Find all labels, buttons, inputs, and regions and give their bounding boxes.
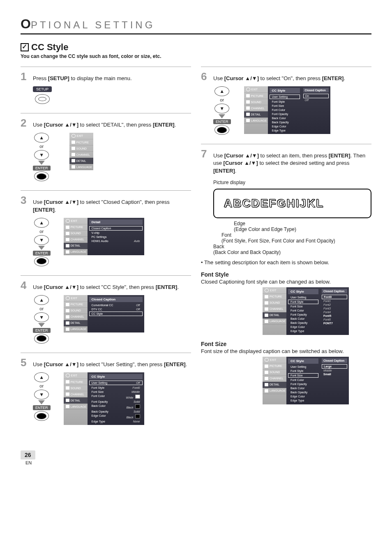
setup-button-graphic: SETUP	[33, 86, 52, 104]
cursor-remote-graphic: ▲ or ▼ ENTER	[33, 133, 51, 181]
section-subtitle: You can change the CC style such as font…	[21, 53, 371, 59]
step-text: Use [Cursor ▲/▼] to select "DETAIL", the…	[33, 121, 176, 129]
enter-button-icon	[214, 125, 229, 135]
step-1: 1 Press [SETUP] to display the main menu…	[21, 67, 191, 104]
up-button-icon: ▲	[34, 295, 49, 305]
page-number: 26	[21, 450, 35, 459]
enter-button-icon	[34, 411, 49, 421]
or-label: or	[39, 383, 44, 388]
up-button-icon: ▲	[214, 86, 229, 96]
step-text: Press [SETUP] to display the main menu.	[33, 75, 132, 82]
step-6: 6 Use [Cursor ▲/▼] to select "On", then …	[201, 67, 371, 135]
fontstyle-desc: Closed Captioning font style can be chan…	[201, 279, 371, 285]
checkbox-icon	[21, 43, 29, 51]
step-text: Use [Cursor ▲/▼] to select "On", then pr…	[213, 75, 345, 82]
page-footer: 26 EN	[21, 450, 371, 466]
or-label: or	[39, 144, 44, 149]
osd-language: LANGUAGE	[69, 164, 93, 170]
page-lang: EN	[25, 460, 32, 465]
osd-fontstyle: EXIT PICTURE SOUND CHANNEL DETAIL LANGUA…	[263, 287, 349, 335]
step-2: 2 Use [Cursor ▲/▼] to select "DETAIL", t…	[21, 113, 191, 181]
down-button-icon: ▼	[34, 390, 49, 399]
or-label: or	[220, 97, 224, 102]
font-desc: (Font Style, Font Size, Font Color and F…	[221, 238, 371, 244]
osd-header: Detail	[89, 219, 143, 225]
down-button-icon: ▼	[34, 150, 49, 160]
bullet-note: • The setting description for each item …	[201, 259, 371, 265]
fontsize-desc: Font size of the displayed caption can b…	[201, 348, 371, 354]
setup-button-icon	[35, 94, 50, 104]
header-text: PTIONAL SETTING	[31, 19, 155, 30]
step-num: 2	[21, 118, 30, 128]
osd-fontsize: EXIT PICTURE SOUND CHANNEL DETAIL LANGUA…	[263, 357, 349, 404]
setup-label: SETUP	[33, 86, 52, 92]
or-label: or	[39, 229, 44, 234]
page-header: OPTIONAL SETTING	[21, 16, 371, 35]
osd-header: CC Style	[270, 88, 300, 93]
enter-button-icon	[34, 171, 49, 181]
osd-ccstyle-on: EXIT PICTURE SOUND CHANNEL DETAIL LANGUA…	[244, 86, 330, 134]
enter-label: ENTER	[213, 119, 231, 124]
fontsize-head: Font Size	[201, 341, 371, 347]
section-title: CC Style	[21, 42, 371, 53]
osd-sidebar-only: EXIT PICTURE SOUND CHANNEL DETAIL LANGUA…	[69, 133, 93, 170]
left-column: 1 Press [SETUP] to display the main menu…	[21, 67, 191, 434]
enter-label: ENTER	[33, 166, 51, 171]
picture-display-diagram: ABCDEFGHIJKL	[213, 189, 371, 218]
step-num: 7	[201, 148, 210, 159]
arrow-down-icon	[38, 246, 45, 250]
fontstyle-head: Font Style	[201, 271, 371, 278]
up-button-icon: ▲	[34, 133, 49, 143]
arrow-down-icon	[38, 161, 45, 165]
down-button-icon: ▼	[34, 312, 49, 322]
enter-label: ENTER	[33, 251, 51, 256]
osd-ccstyle-menu: EXIT PICTURE SOUND CHANNEL DETAIL LANGUA…	[64, 372, 144, 425]
cursor-remote-graphic: ▲ or ▼ ENTER	[213, 86, 231, 135]
title-text: CC Style	[31, 42, 68, 53]
osd-detail-menu: EXIT PICTURE SOUND CHANNEL DETAIL LANGUA…	[64, 218, 144, 255]
arrow-down-icon	[219, 114, 225, 118]
enter-button-icon	[34, 256, 49, 266]
step-num: 4	[21, 280, 30, 291]
down-button-icon: ▼	[34, 235, 49, 245]
cursor-remote-graphic: ▲ or ▼ ENTER	[33, 295, 51, 344]
arrow-down-icon	[38, 400, 45, 404]
step-num: 5	[21, 357, 30, 368]
osd-closed-caption-menu: EXIT PICTURE SOUND CHANNEL DETAIL LANGUA…	[64, 295, 144, 332]
back-desc: (Back Color and Back Opacity)	[213, 249, 371, 255]
step-num: 6	[201, 71, 210, 82]
header-initial: O	[21, 16, 31, 31]
font-label: Font	[221, 232, 371, 238]
step-num: 3	[21, 195, 30, 205]
osd-picture: PICTURE	[69, 139, 93, 145]
step-3: 3 Use [Cursor ▲/▼] to select "Closed Cap…	[21, 190, 191, 266]
step-7: 7 Use [Cursor ▲/▼] to select an item, th…	[201, 144, 371, 404]
step-4: 4 Use [Cursor ▲/▼] to select "CC Style",…	[21, 275, 191, 344]
step-5: 5 Use [Cursor ▲/▼] to select "User Setti…	[21, 353, 191, 425]
osd-header: CC Style	[89, 374, 143, 379]
step-text: Use [Cursor ▲/▼] to select "Closed Capti…	[33, 199, 191, 213]
enter-label: ENTER	[33, 328, 51, 333]
osd-exit: EXIT	[69, 133, 93, 139]
cursor-remote-graphic: ▲ or ▼ ENTER	[33, 372, 51, 421]
osd-right-opt: On	[303, 94, 329, 98]
or-label: or	[39, 306, 44, 311]
osd-right-opt: Off	[303, 98, 329, 102]
enter-button-icon	[34, 334, 49, 344]
osd-header-right: Closed Caption	[303, 88, 329, 92]
step-text: Use [Cursor ▲/▼] to select "CC Style", t…	[33, 284, 179, 291]
step-num: 1	[21, 71, 30, 82]
up-button-icon: ▲	[34, 372, 49, 382]
osd-channel: CHANNEL	[69, 152, 93, 158]
step-text: Use [Cursor ▲/▼] to select an item, then…	[213, 152, 371, 175]
step-text: Use [Cursor ▲/▼] to select "User Setting…	[33, 361, 187, 368]
enter-label: ENTER	[33, 405, 51, 410]
up-button-icon: ▲	[34, 218, 49, 228]
down-button-icon: ▼	[214, 104, 229, 113]
osd-sound: SOUND	[69, 145, 93, 152]
osd-detail: DETAIL	[69, 158, 93, 164]
edge-label: Edge	[234, 221, 371, 226]
osd-header: Closed Caption	[89, 297, 143, 302]
sample-letters: ABCDEFGHIJKL	[224, 197, 367, 210]
edge-desc: (Edge Color and Edge Type)	[234, 226, 371, 232]
